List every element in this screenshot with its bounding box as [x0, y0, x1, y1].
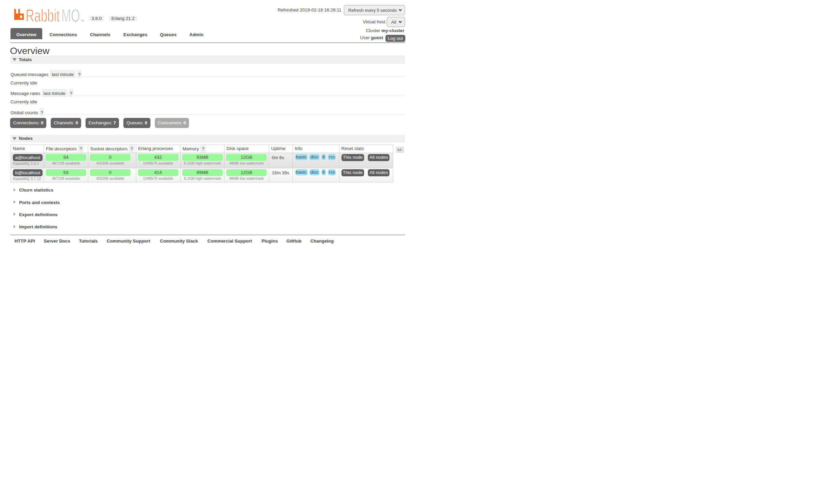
svg-text:MQ: MQ: [62, 9, 80, 22]
svg-text:Rabbit: Rabbit: [26, 9, 60, 22]
svg-text:TM: TM: [81, 19, 84, 22]
